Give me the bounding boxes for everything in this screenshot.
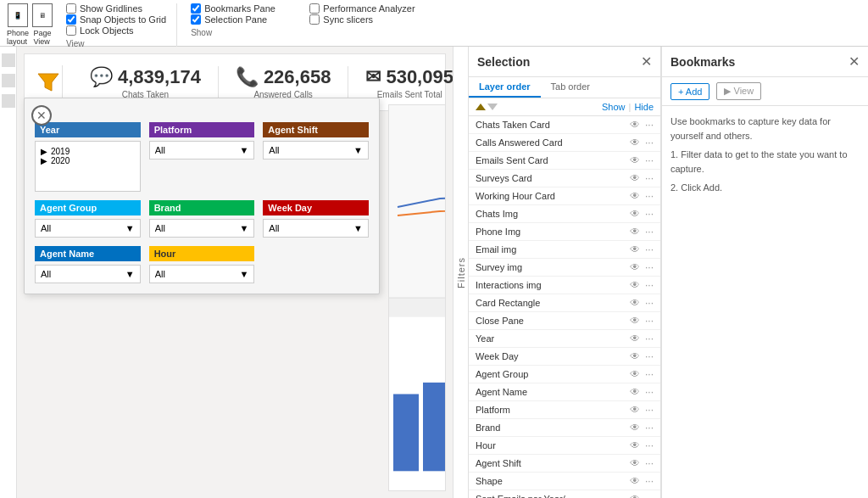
filters-tab[interactable]: Filters	[453, 47, 468, 498]
view-bookmark-btn[interactable]: ▶ View	[716, 82, 761, 100]
dots-icon-emails-card[interactable]: ···	[645, 154, 654, 166]
dots-icon-hour[interactable]: ···	[645, 439, 654, 451]
dots-icon-calls-card[interactable]: ···	[645, 137, 654, 148]
left-icon-2[interactable]	[2, 74, 15, 87]
eye-icon-shape[interactable]: 👁	[630, 475, 640, 487]
performance-analyzer-checkbox[interactable]: Performance Analyzer	[309, 3, 415, 14]
eye-icon-brand[interactable]: 👁	[630, 422, 640, 434]
layer-survey-img[interactable]: Survey img 👁 ···	[469, 259, 660, 277]
show-gridlines-input[interactable]	[66, 3, 76, 14]
layer-calls-answered-card[interactable]: Calls Answered Card 👁 ···	[469, 134, 660, 152]
dots-icon-platform[interactable]: ···	[645, 404, 654, 416]
dots-icon-close-pane[interactable]: ···	[645, 315, 654, 327]
eye-icon-survey-img[interactable]: 👁	[630, 261, 640, 273]
eye-icon-chats-img[interactable]: 👁	[630, 208, 640, 220]
eye-icon-sent-emails[interactable]: 👁	[630, 493, 640, 498]
arrow-down-icon[interactable]	[487, 104, 498, 110]
eye-icon-calls-card[interactable]: 👁	[630, 137, 640, 148]
selection-pane-checkbox[interactable]: Selection Pane	[191, 14, 296, 25]
left-icon-1[interactable]	[2, 53, 15, 67]
dots-icon-agent-shift[interactable]: ···	[645, 457, 654, 469]
dots-icon-surveys-card[interactable]: ···	[645, 172, 654, 184]
overlay-close-btn[interactable]: ✕	[31, 105, 52, 126]
lock-objects-checkbox[interactable]: Lock Objects	[66, 25, 166, 36]
snap-to-grid-checkbox[interactable]: Snap Objects to Grid	[66, 14, 166, 25]
layer-interactions-img[interactable]: Interactions img 👁 ···	[469, 277, 660, 294]
layer-year[interactable]: Year 👁 ···	[469, 330, 660, 348]
dots-icon-agent-name[interactable]: ···	[645, 386, 654, 398]
eye-icon-agent-group[interactable]: 👁	[630, 368, 640, 380]
dots-icon-chats-card[interactable]: ···	[645, 119, 654, 131]
eye-icon-agent-name[interactable]: 👁	[630, 386, 640, 398]
layer-emails-sent-card[interactable]: Emails Sent Card 👁 ···	[469, 152, 660, 170]
dots-icon-agent-group[interactable]: ···	[645, 368, 654, 380]
eye-icon-hour[interactable]: 👁	[630, 439, 640, 451]
layer-sent-emails[interactable]: Sent Emails per Year/... 👁 ···	[469, 490, 660, 498]
dots-icon-shape[interactable]: ···	[645, 475, 654, 487]
layer-week-day[interactable]: Week Day 👁 ···	[469, 348, 660, 366]
agent-name-select[interactable]: All ▼	[35, 265, 141, 283]
tab-tab-order[interactable]: Tab order	[541, 77, 600, 98]
selection-panel-close[interactable]: ✕	[641, 53, 652, 70]
phone-view-btn[interactable]: 📱 Phonelayout	[7, 3, 29, 46]
sync-slicers-input[interactable]	[309, 14, 320, 25]
performance-analyzer-input[interactable]	[309, 3, 320, 14]
brand-select[interactable]: All ▼	[149, 219, 255, 238]
layer-working-hour-card[interactable]: Working Hour Card 👁 ···	[469, 187, 660, 205]
layer-agent-name[interactable]: Agent Name 👁 ···	[469, 383, 660, 401]
show-label[interactable]: Show	[602, 102, 626, 112]
platform-select[interactable]: All ▼	[149, 141, 255, 159]
lock-objects-input[interactable]	[66, 25, 76, 36]
dots-icon-working-card[interactable]: ···	[645, 190, 654, 202]
dots-icon-survey-img[interactable]: ···	[645, 261, 654, 273]
dots-icon-sent-emails[interactable]: ···	[645, 493, 654, 498]
week-day-select[interactable]: All ▼	[263, 219, 369, 238]
layer-platform[interactable]: Platform 👁 ···	[469, 401, 660, 419]
layer-card-rectangle[interactable]: Card Rectangle 👁 ···	[469, 294, 660, 312]
arrow-up-icon[interactable]	[476, 104, 486, 110]
eye-icon-week-day[interactable]: 👁	[630, 350, 640, 362]
page-view-btn[interactable]: 🖥 PageView	[32, 3, 53, 46]
layer-chats-taken-card[interactable]: Chats Taken Card 👁 ···	[469, 116, 660, 134]
dots-icon-interactions-img[interactable]: ···	[645, 279, 654, 291]
dots-icon-card-rect[interactable]: ···	[645, 297, 654, 309]
eye-icon-phone-img[interactable]: 👁	[630, 226, 640, 238]
snap-to-grid-input[interactable]	[66, 14, 76, 25]
layer-brand[interactable]: Brand 👁 ···	[469, 419, 660, 437]
hide-label[interactable]: Hide	[634, 102, 654, 112]
eye-icon-emails-card[interactable]: 👁	[630, 154, 640, 166]
dots-icon-week-day[interactable]: ···	[645, 350, 654, 362]
agent-shift-select[interactable]: All ▼	[263, 141, 369, 159]
year-2020[interactable]: ▶ 2020	[41, 156, 135, 165]
dots-icon-chats-img[interactable]: ···	[645, 208, 654, 220]
eye-icon-chats-card[interactable]: 👁	[630, 119, 640, 131]
eye-icon-agent-shift[interactable]: 👁	[630, 457, 640, 469]
hour-select[interactable]: All ▼	[149, 265, 255, 283]
show-gridlines-checkbox[interactable]: Show Gridlines	[66, 3, 166, 14]
eye-icon-platform[interactable]: 👁	[630, 404, 640, 416]
eye-icon-email-img[interactable]: 👁	[630, 243, 640, 255]
bookmarks-pane-checkbox[interactable]: Bookmarks Pane	[191, 3, 296, 14]
agent-group-select[interactable]: All ▼	[35, 219, 141, 238]
eye-icon-surveys-card[interactable]: 👁	[630, 172, 640, 184]
tab-layer-order[interactable]: Layer order	[469, 77, 541, 98]
layer-agent-group[interactable]: Agent Group 👁 ···	[469, 366, 660, 383]
layer-close-pane[interactable]: Close Pane 👁 ···	[469, 312, 660, 330]
dots-icon-year[interactable]: ···	[645, 333, 654, 344]
dots-icon-brand[interactable]: ···	[645, 422, 654, 434]
eye-icon-interactions-img[interactable]: 👁	[630, 279, 640, 291]
eye-icon-year[interactable]: 👁	[630, 333, 640, 344]
bookmarks-pane-input[interactable]	[191, 3, 201, 14]
dots-icon-email-img[interactable]: ···	[645, 243, 654, 255]
layer-chats-img[interactable]: Chats Img 👁 ···	[469, 205, 660, 223]
dots-icon-phone-img[interactable]: ···	[645, 226, 654, 238]
eye-icon-card-rect[interactable]: 👁	[630, 297, 640, 309]
layer-shape[interactable]: Shape 👁 ···	[469, 473, 660, 490]
selection-pane-input[interactable]	[191, 14, 201, 25]
add-bookmark-btn[interactable]: + Add	[670, 83, 709, 100]
layer-email-img[interactable]: Email img 👁 ···	[469, 241, 660, 259]
layer-hour[interactable]: Hour 👁 ···	[469, 437, 660, 455]
year-2019[interactable]: ▶ 2019	[41, 147, 135, 156]
year-options[interactable]: ▶ 2019 ▶ 2020	[35, 141, 141, 192]
eye-icon-close-pane[interactable]: 👁	[630, 315, 640, 327]
